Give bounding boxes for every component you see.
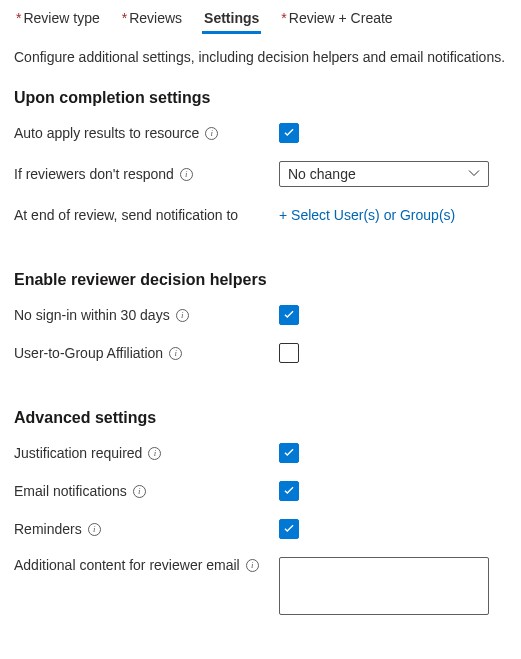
label-col: Auto apply results to resource i (14, 125, 279, 141)
chevron-down-icon (468, 166, 480, 182)
tab-label: Reviews (129, 10, 182, 26)
row-affiliation: User-to-Group Affiliation i (0, 343, 521, 381)
control-col (279, 519, 507, 539)
info-icon[interactable]: i (133, 485, 146, 498)
tab-reviews[interactable]: *Reviews (120, 6, 184, 34)
control-col (279, 305, 507, 325)
info-icon[interactable]: i (148, 447, 161, 460)
control-col (279, 557, 507, 615)
reminders-label: Reminders (14, 521, 82, 537)
check-icon (282, 126, 296, 140)
info-icon[interactable]: i (205, 127, 218, 140)
label-col: User-to-Group Affiliation i (14, 345, 279, 361)
section-title-helpers: Enable reviewer decision helpers (0, 271, 521, 305)
section-title-advanced: Advanced settings (0, 409, 521, 443)
reminders-checkbox[interactable] (279, 519, 299, 539)
justification-label: Justification required (14, 445, 142, 461)
no-signin-checkbox[interactable] (279, 305, 299, 325)
info-icon[interactable]: i (176, 309, 189, 322)
label-col: At end of review, send notification to (14, 207, 279, 223)
row-no-respond: If reviewers don't respond i No change (0, 161, 521, 205)
check-icon (282, 484, 296, 498)
intro-text: Configure additional settings, including… (0, 35, 521, 89)
control-col (279, 343, 507, 363)
row-reminders: Reminders i (0, 519, 521, 557)
affiliation-checkbox[interactable] (279, 343, 299, 363)
justification-checkbox[interactable] (279, 443, 299, 463)
control-col (279, 123, 507, 143)
tab-label: Review type (23, 10, 99, 26)
row-no-signin: No sign-in within 30 days i (0, 305, 521, 343)
control-col (279, 443, 507, 463)
label-col: Additional content for reviewer email i (14, 557, 279, 573)
label-col: Email notifications i (14, 483, 279, 499)
email-label: Email notifications (14, 483, 127, 499)
tab-review-create[interactable]: *Review + Create (279, 6, 394, 34)
tab-review-type[interactable]: *Review type (14, 6, 102, 34)
auto-apply-checkbox[interactable] (279, 123, 299, 143)
row-justification: Justification required i (0, 443, 521, 481)
control-col: + Select User(s) or Group(s) (279, 205, 507, 225)
tab-settings[interactable]: Settings (202, 6, 261, 34)
end-notify-label: At end of review, send notification to (14, 207, 238, 223)
additional-content-label: Additional content for reviewer email (14, 557, 240, 573)
info-icon[interactable]: i (88, 523, 101, 536)
no-respond-select[interactable]: No change (279, 161, 489, 187)
select-users-link[interactable]: + Select User(s) or Group(s) (279, 205, 455, 225)
tab-label: Settings (204, 10, 259, 26)
info-icon[interactable]: i (246, 559, 259, 572)
required-marker: * (16, 10, 21, 26)
row-end-notify: At end of review, send notification to +… (0, 205, 521, 243)
select-value: No change (288, 166, 356, 182)
no-respond-label: If reviewers don't respond (14, 166, 174, 182)
section-title-completion: Upon completion settings (0, 89, 521, 123)
check-icon (282, 308, 296, 322)
check-icon (282, 522, 296, 536)
email-checkbox[interactable] (279, 481, 299, 501)
info-icon[interactable]: i (180, 168, 193, 181)
label-col: If reviewers don't respond i (14, 166, 279, 182)
no-signin-label: No sign-in within 30 days (14, 307, 170, 323)
affiliation-label: User-to-Group Affiliation (14, 345, 163, 361)
tab-label: Review + Create (289, 10, 393, 26)
control-col (279, 481, 507, 501)
label-col: Justification required i (14, 445, 279, 461)
check-icon (282, 446, 296, 460)
row-additional-content: Additional content for reviewer email i (0, 557, 521, 633)
row-email: Email notifications i (0, 481, 521, 519)
control-col: No change (279, 161, 507, 187)
additional-content-textarea[interactable] (279, 557, 489, 615)
required-marker: * (281, 10, 286, 26)
label-col: Reminders i (14, 521, 279, 537)
info-icon[interactable]: i (169, 347, 182, 360)
auto-apply-label: Auto apply results to resource (14, 125, 199, 141)
required-marker: * (122, 10, 127, 26)
row-auto-apply: Auto apply results to resource i (0, 123, 521, 161)
tab-bar: *Review type *Reviews Settings *Review +… (0, 0, 521, 35)
label-col: No sign-in within 30 days i (14, 307, 279, 323)
